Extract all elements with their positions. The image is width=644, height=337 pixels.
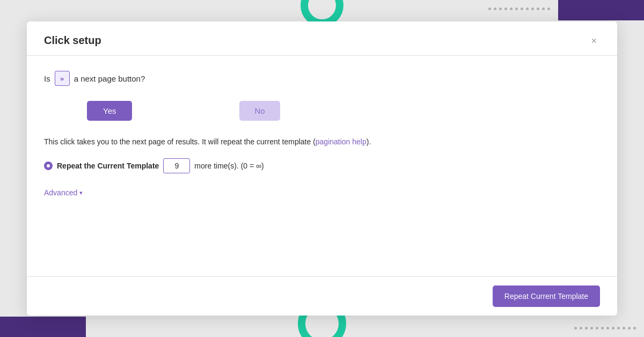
modal-title: Click setup bbox=[44, 34, 101, 47]
repeat-label: Repeat the Current Template bbox=[57, 162, 159, 170]
info-paragraph: This click takes you to the next page of… bbox=[44, 136, 600, 148]
modal-footer: Repeat Current Template bbox=[27, 276, 617, 316]
info-text-after: ). bbox=[367, 137, 371, 146]
bg-purple-top-right bbox=[558, 0, 644, 20]
modal-dialog: Click setup × Is » a next page button? Y… bbox=[27, 21, 617, 316]
advanced-label: Advanced bbox=[44, 188, 77, 197]
advanced-toggle[interactable]: Advanced ▾ bbox=[44, 188, 83, 197]
repeat-radio[interactable] bbox=[44, 162, 53, 170]
bg-purple-bottom-left bbox=[0, 317, 86, 337]
repeat-current-template-button[interactable]: Repeat Current Template bbox=[493, 285, 600, 307]
info-text-before: This click takes you to the next page of… bbox=[44, 137, 316, 146]
repeat-row: Repeat the Current Template more time(s)… bbox=[44, 158, 600, 173]
close-button[interactable]: × bbox=[588, 35, 600, 47]
modal-header: Click setup × bbox=[27, 21, 617, 56]
yes-no-row: Yes No bbox=[44, 101, 600, 121]
chevron-down-icon: ▾ bbox=[79, 189, 83, 196]
repeat-suffix: more time(s). (0 = ∞) bbox=[194, 162, 264, 170]
yes-button[interactable]: Yes bbox=[87, 101, 132, 121]
dots-top bbox=[488, 8, 550, 10]
question-suffix: a next page button? bbox=[74, 74, 145, 83]
repeat-times-input[interactable] bbox=[163, 158, 190, 173]
question-prefix: Is bbox=[44, 74, 50, 83]
no-button[interactable]: No bbox=[239, 101, 280, 121]
dots-bottom bbox=[574, 327, 636, 329]
next-page-icon: » bbox=[55, 71, 70, 86]
question-row: Is » a next page button? bbox=[44, 71, 600, 86]
pagination-help-link[interactable]: pagination help bbox=[316, 137, 367, 146]
modal-body: Is » a next page button? Yes No This cli… bbox=[27, 56, 617, 276]
